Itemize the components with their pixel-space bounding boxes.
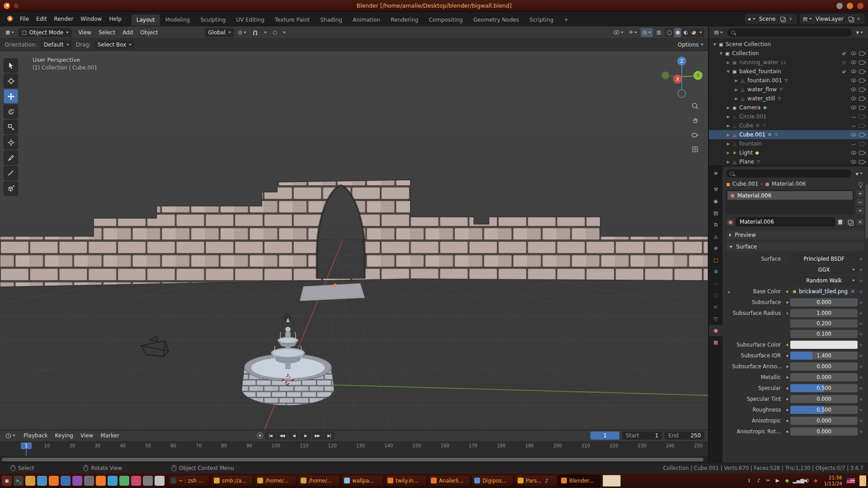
proportional-editing-toggle[interactable] (271, 28, 279, 37)
image-editor[interactable] (84, 476, 94, 486)
outliner-item[interactable]: ▶ fountain (709, 139, 868, 148)
object-data[interactable]: ▽ (709, 313, 722, 324)
shading-wireframe-button[interactable] (665, 28, 673, 37)
expand-toggle-icon[interactable]: ▶ (733, 88, 739, 92)
disable-in-renders-toggle[interactable] (859, 142, 864, 146)
taskbar-window-button[interactable]: AnalieS... (428, 475, 470, 487)
scene-selector[interactable]: Scene × (745, 14, 797, 23)
hide-in-viewport-toggle[interactable] (851, 88, 856, 91)
property-field[interactable]: brickwall_tiled.png (790, 287, 858, 296)
world[interactable]: ⊕ (709, 243, 722, 254)
taskbar-window-button[interactable]: Pars... (515, 475, 557, 487)
properties-search-input[interactable] (736, 170, 848, 177)
clear-texture-icon[interactable] (850, 288, 855, 295)
new-scene-button[interactable] (780, 17, 784, 21)
timeline-menu-item[interactable]: Keying (52, 432, 77, 439)
material-specials-dropdown[interactable] (856, 207, 864, 215)
tool-transform[interactable] (4, 135, 18, 150)
expand-toggle-icon[interactable]: ▶ (725, 115, 731, 119)
outliner-item[interactable]: ▶ fountain.001 ▽ (709, 76, 868, 85)
files[interactable] (25, 476, 35, 486)
taskbar-window-button[interactable]: ~ : zsh ... (168, 475, 210, 487)
expand-toggle-icon[interactable]: ▼ (725, 70, 731, 74)
workspace-tab[interactable]: Texture Paint (270, 14, 315, 26)
material-slot-list[interactable]: Material.006 (726, 190, 854, 214)
material-name-field[interactable]: Material.006 (736, 217, 835, 226)
toggle-ortho-button[interactable] (690, 144, 700, 154)
viewport-3d-scene[interactable] (0, 51, 708, 430)
timeline-menu-item[interactable]: Playback (20, 432, 52, 439)
animate-property-dot[interactable] (858, 291, 864, 293)
next-keyframe-button[interactable]: ▶▶ (312, 432, 323, 440)
auto-keying-toggle[interactable] (257, 432, 263, 439)
constraints[interactable]: ⊂ (709, 301, 722, 313)
web-browser[interactable] (49, 476, 59, 486)
animate-property-dot[interactable] (858, 280, 864, 282)
taskbar-window-button[interactable]: wallpa... (341, 475, 383, 487)
timeline-playhead[interactable]: 1 (21, 442, 32, 456)
outliner-item-label[interactable]: Light (739, 150, 753, 156)
clipboard-icon[interactable]: ✂ (764, 478, 772, 483)
show-desktop-button[interactable] (859, 475, 866, 486)
expand-toggle-icon[interactable]: ▼ (718, 52, 724, 56)
outliner-item-label[interactable]: baked_fountain (739, 68, 781, 75)
animate-property-dot[interactable] (858, 387, 864, 389)
outliner-item-label[interactable]: Plane (739, 159, 754, 165)
pan-hand-button[interactable] (690, 115, 700, 125)
ide[interactable] (108, 476, 118, 486)
unlink-scene-button[interactable]: × (788, 16, 794, 22)
property-field[interactable]: 0.000 (790, 395, 858, 403)
animate-property-dot[interactable] (858, 398, 864, 400)
property-field[interactable]: 0.100 (790, 330, 858, 338)
close-button[interactable] (857, 3, 863, 9)
hide-in-viewport-toggle[interactable] (851, 106, 856, 109)
property-field[interactable]: Random Walk (790, 277, 858, 285)
disable-in-renders-toggle[interactable] (859, 88, 864, 92)
collection-checkbox[interactable] (841, 60, 846, 65)
disable-in-renders-toggle[interactable] (859, 151, 864, 155)
start-frame-field[interactable]: Start1 (622, 432, 662, 440)
current-frame-field[interactable]: 1 (590, 432, 619, 440)
player-icon[interactable]: ▶ (774, 478, 782, 483)
animate-property-dot[interactable] (858, 269, 864, 271)
workspace-tab[interactable]: Layout (132, 14, 160, 26)
camera-view-button[interactable] (690, 130, 700, 140)
browse-material-button[interactable] (726, 218, 735, 226)
animate-property-dot[interactable] (858, 312, 864, 314)
animate-property-dot[interactable] (858, 258, 864, 260)
tool-annotate[interactable] (4, 150, 18, 165)
outliner-item-label[interactable]: Circle.001 (739, 113, 766, 120)
outliner-item-label[interactable]: water_still (747, 95, 775, 102)
disable-in-renders-toggle[interactable] (859, 70, 864, 74)
property-field[interactable]: 0.000 (790, 417, 858, 425)
unlink-material-button[interactable]: × (856, 218, 864, 226)
outliner-item[interactable]: ▶ Camera ◉ (709, 103, 868, 112)
viewport-3d[interactable]: User Perspective (1) Collection | Cube.0… (0, 51, 708, 430)
material[interactable]: ● (709, 325, 722, 336)
media-indicator-icon[interactable]: ♪ (755, 478, 763, 483)
disable-in-renders-toggle[interactable] (859, 115, 864, 119)
disable-in-renders-toggle[interactable] (859, 97, 864, 101)
pivot-point-dropdown[interactable] (236, 28, 249, 37)
expand-toggle-icon[interactable]: ▶ (725, 124, 731, 128)
media-player[interactable] (72, 476, 82, 486)
animate-property-dot[interactable] (858, 301, 864, 304)
shading-material-button[interactable] (682, 28, 689, 37)
outliner-item[interactable]: ▶ Cube ⚙ ▽ (709, 121, 868, 130)
timeline-scrollbar[interactable] (0, 456, 708, 463)
gizmo-neg-y-axis[interactable] (662, 72, 670, 80)
tool-scale[interactable] (4, 120, 18, 134)
hide-in-viewport-toggle[interactable] (851, 142, 856, 145)
collection-checkbox[interactable] (841, 69, 846, 74)
properties-search[interactable] (726, 169, 851, 178)
outliner-item[interactable]: ▶ running_water 11 (709, 58, 868, 67)
terminal[interactable]: >_ (14, 476, 24, 486)
workspace-tab[interactable]: Animation (348, 14, 385, 26)
network-icon[interactable]: ▂▄▆ (793, 478, 801, 483)
animate-property-dot[interactable] (858, 344, 864, 346)
hide-in-viewport-toggle[interactable] (851, 52, 856, 55)
disable-in-renders-toggle[interactable] (859, 79, 864, 83)
outliner-search[interactable] (727, 28, 852, 37)
outliner-item[interactable]: ▶ Plane ▽ (709, 157, 868, 165)
taskbar-window-button[interactable]: twily.in... (385, 475, 427, 487)
